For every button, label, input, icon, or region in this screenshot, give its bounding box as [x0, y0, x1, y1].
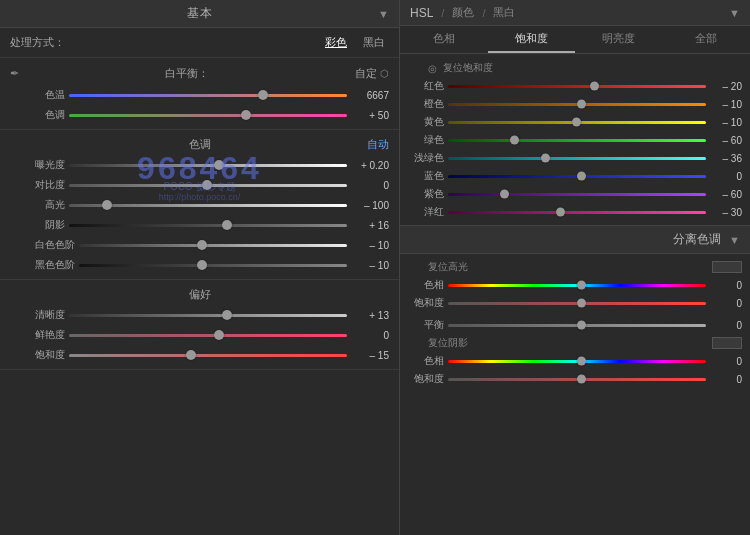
highlight-thumb[interactable] — [102, 200, 112, 210]
target-icon[interactable]: ◎ — [428, 63, 437, 74]
yellow-slider-row: 黄色 – 10 — [408, 113, 742, 131]
highlight-sat-container[interactable] — [448, 297, 706, 309]
shadow-block: 复位阴影 色相 0 饱和度 — [408, 334, 742, 388]
wb-select[interactable]: 自定 ⬡ — [355, 66, 389, 81]
tone-title-row: 色调 自动 — [10, 134, 389, 155]
temp-slider-container[interactable] — [69, 88, 347, 102]
exposure-thumb[interactable] — [214, 160, 224, 170]
red-label: 红色 — [408, 79, 444, 93]
shadow-hue-row: 色相 0 — [408, 352, 742, 370]
tint-slider-container[interactable] — [69, 108, 347, 122]
white-thumb[interactable] — [197, 240, 207, 250]
magenta-thumb[interactable] — [556, 208, 565, 217]
hsl-bw-tab[interactable]: 黑白 — [493, 5, 515, 20]
shadow-swatch[interactable] — [712, 337, 742, 349]
highlight-container[interactable] — [69, 198, 347, 212]
black-container[interactable] — [79, 258, 347, 272]
red-slider-row: 红色 – 20 — [408, 77, 742, 95]
aqua-slider-row: 浅绿色 – 36 — [408, 149, 742, 167]
highlight-hue-thumb[interactable] — [577, 281, 586, 290]
orange-label: 橙色 — [408, 97, 444, 111]
shadow-hue-container[interactable] — [448, 355, 706, 367]
aqua-thumb[interactable] — [541, 154, 550, 163]
purple-container[interactable] — [448, 188, 706, 200]
orange-thumb[interactable] — [577, 100, 586, 109]
highlight-hue-value: 0 — [710, 280, 742, 291]
temp-thumb[interactable] — [258, 90, 268, 100]
contrast-container[interactable] — [69, 178, 347, 192]
exposure-track — [69, 164, 347, 167]
shadow-hue-thumb[interactable] — [577, 357, 586, 366]
red-container[interactable] — [448, 80, 706, 92]
aqua-container[interactable] — [448, 152, 706, 164]
highlight-swatch[interactable] — [712, 261, 742, 273]
contrast-thumb[interactable] — [202, 180, 212, 190]
aqua-label: 浅绿色 — [408, 151, 444, 165]
black-track — [79, 264, 347, 267]
temp-track — [69, 94, 347, 97]
highlight-hue-container[interactable] — [448, 279, 706, 291]
magenta-container[interactable] — [448, 206, 706, 218]
shadow-sat-container[interactable] — [448, 373, 706, 385]
clarity-thumb[interactable] — [222, 310, 232, 320]
saturation-value: – 15 — [351, 350, 389, 361]
balance-label: 平衡 — [408, 318, 444, 332]
white-container[interactable] — [79, 238, 347, 252]
contrast-row: 对比度 0 — [10, 175, 389, 195]
tint-slider-row: 色调 + 50 — [10, 105, 389, 125]
reset-highlight-label[interactable]: 复位高光 — [408, 260, 712, 274]
sep2: / — [482, 7, 485, 19]
shadow-container[interactable] — [69, 218, 347, 232]
highlight-sat-thumb[interactable] — [577, 299, 586, 308]
process-bw-btn[interactable]: 黑白 — [359, 34, 389, 51]
exposure-container[interactable] — [69, 158, 347, 172]
vibrance-thumb[interactable] — [214, 330, 224, 340]
magenta-track — [448, 211, 706, 214]
tone-subsection: 色调 自动 曝光度 + 0.20 对比度 0 — [0, 130, 399, 280]
shadow-label: 阴影 — [10, 218, 65, 232]
green-thumb[interactable] — [510, 136, 519, 145]
orange-container[interactable] — [448, 98, 706, 110]
yellow-container[interactable] — [448, 116, 706, 128]
green-container[interactable] — [448, 134, 706, 146]
clarity-row: 清晰度 + 13 — [10, 305, 389, 325]
tab-hue[interactable]: 色相 — [400, 26, 488, 53]
white-label: 白色色阶 — [10, 238, 75, 252]
green-slider-row: 绿色 – 60 — [408, 131, 742, 149]
process-label: 处理方式： — [10, 35, 65, 50]
red-thumb[interactable] — [590, 82, 599, 91]
yellow-thumb[interactable] — [572, 118, 581, 127]
reset-shadow-label[interactable]: 复位阴影 — [408, 336, 712, 350]
tab-saturation[interactable]: 饱和度 — [488, 26, 576, 53]
balance-thumb[interactable] — [577, 321, 586, 330]
hsl-tabs-row: 色相 饱和度 明亮度 全部 — [400, 26, 750, 54]
blue-thumb[interactable] — [577, 172, 586, 181]
process-color-btn[interactable]: 彩色 — [321, 34, 351, 51]
hsl-color-tab[interactable]: 颜色 — [452, 5, 474, 20]
purple-thumb[interactable] — [500, 190, 509, 199]
eyedropper-icon[interactable]: ✒ — [10, 67, 19, 80]
purple-label: 紫色 — [408, 187, 444, 201]
vibrance-track — [69, 334, 347, 337]
blue-container[interactable] — [448, 170, 706, 182]
vibrance-container[interactable] — [69, 328, 347, 342]
highlight-reset-row: 复位高光 — [408, 258, 742, 276]
shadow-thumb[interactable] — [222, 220, 232, 230]
saturation-thumb[interactable] — [186, 350, 196, 360]
process-options: 彩色 黑白 — [321, 34, 389, 51]
clarity-container[interactable] — [69, 308, 347, 322]
black-thumb[interactable] — [197, 260, 207, 270]
tab-all[interactable]: 全部 — [663, 26, 751, 53]
hsl-header: HSL / 颜色 / 黑白 ▼ — [400, 0, 750, 26]
white-value: – 10 — [351, 240, 389, 251]
tone-auto-btn[interactable]: 自动 — [367, 137, 389, 152]
balance-container[interactable] — [448, 319, 706, 331]
yellow-label: 黄色 — [408, 115, 444, 129]
saturation-container[interactable] — [69, 348, 347, 362]
tab-brightness[interactable]: 明亮度 — [575, 26, 663, 53]
tint-thumb[interactable] — [241, 110, 251, 120]
shadow-sat-thumb[interactable] — [577, 375, 586, 384]
purple-track — [448, 193, 706, 196]
split-header: 分离色调 ▼ — [400, 226, 750, 254]
reset-saturation-label[interactable]: 复位饱和度 — [443, 61, 493, 75]
